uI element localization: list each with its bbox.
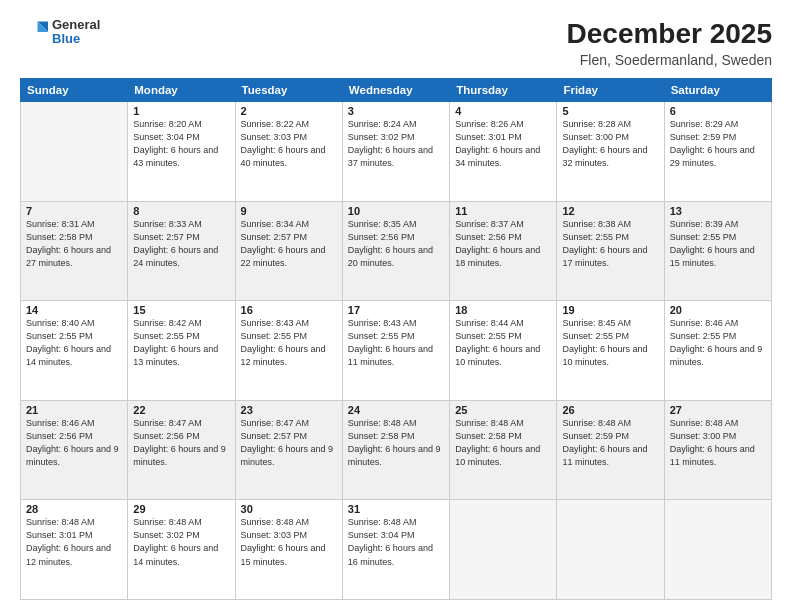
calendar-week-row: 1Sunrise: 8:20 AMSunset: 3:04 PMDaylight… — [21, 102, 772, 202]
day-number: 16 — [241, 304, 337, 316]
day-number: 12 — [562, 205, 658, 217]
table-row: 28Sunrise: 8:48 AMSunset: 3:01 PMDayligh… — [21, 500, 128, 600]
page: General Blue December 2025 Flen, Soederm… — [0, 0, 792, 612]
table-row: 9Sunrise: 8:34 AMSunset: 2:57 PMDaylight… — [235, 201, 342, 301]
day-info: Sunrise: 8:48 AMSunset: 3:01 PMDaylight:… — [26, 516, 122, 568]
day-number: 21 — [26, 404, 122, 416]
table-row: 16Sunrise: 8:43 AMSunset: 2:55 PMDayligh… — [235, 301, 342, 401]
day-number: 3 — [348, 105, 444, 117]
day-number: 26 — [562, 404, 658, 416]
table-row: 29Sunrise: 8:48 AMSunset: 3:02 PMDayligh… — [128, 500, 235, 600]
day-info: Sunrise: 8:47 AMSunset: 2:57 PMDaylight:… — [241, 417, 337, 469]
day-info: Sunrise: 8:38 AMSunset: 2:55 PMDaylight:… — [562, 218, 658, 270]
subtitle: Flen, Soedermanland, Sweden — [567, 52, 772, 68]
table-row: 10Sunrise: 8:35 AMSunset: 2:56 PMDayligh… — [342, 201, 449, 301]
day-number: 5 — [562, 105, 658, 117]
col-tuesday: Tuesday — [235, 79, 342, 102]
day-number: 9 — [241, 205, 337, 217]
day-info: Sunrise: 8:48 AMSunset: 3:03 PMDaylight:… — [241, 516, 337, 568]
table-row: 17Sunrise: 8:43 AMSunset: 2:55 PMDayligh… — [342, 301, 449, 401]
day-info: Sunrise: 8:48 AMSunset: 3:04 PMDaylight:… — [348, 516, 444, 568]
logo: General Blue — [20, 18, 100, 47]
table-row: 23Sunrise: 8:47 AMSunset: 2:57 PMDayligh… — [235, 400, 342, 500]
col-thursday: Thursday — [450, 79, 557, 102]
day-info: Sunrise: 8:46 AMSunset: 2:56 PMDaylight:… — [26, 417, 122, 469]
logo-line1: General — [52, 18, 100, 32]
day-info: Sunrise: 8:39 AMSunset: 2:55 PMDaylight:… — [670, 218, 766, 270]
table-row: 30Sunrise: 8:48 AMSunset: 3:03 PMDayligh… — [235, 500, 342, 600]
logo-text: General Blue — [52, 18, 100, 47]
main-title: December 2025 — [567, 18, 772, 50]
day-number: 6 — [670, 105, 766, 117]
day-info: Sunrise: 8:48 AMSunset: 2:58 PMDaylight:… — [455, 417, 551, 469]
day-number: 18 — [455, 304, 551, 316]
table-row — [664, 500, 771, 600]
day-info: Sunrise: 8:45 AMSunset: 2:55 PMDaylight:… — [562, 317, 658, 369]
col-wednesday: Wednesday — [342, 79, 449, 102]
table-row: 31Sunrise: 8:48 AMSunset: 3:04 PMDayligh… — [342, 500, 449, 600]
day-number: 4 — [455, 105, 551, 117]
table-row: 5Sunrise: 8:28 AMSunset: 3:00 PMDaylight… — [557, 102, 664, 202]
day-info: Sunrise: 8:47 AMSunset: 2:56 PMDaylight:… — [133, 417, 229, 469]
table-row: 21Sunrise: 8:46 AMSunset: 2:56 PMDayligh… — [21, 400, 128, 500]
calendar-week-row: 28Sunrise: 8:48 AMSunset: 3:01 PMDayligh… — [21, 500, 772, 600]
col-friday: Friday — [557, 79, 664, 102]
day-info: Sunrise: 8:34 AMSunset: 2:57 PMDaylight:… — [241, 218, 337, 270]
day-info: Sunrise: 8:46 AMSunset: 2:55 PMDaylight:… — [670, 317, 766, 369]
table-row: 18Sunrise: 8:44 AMSunset: 2:55 PMDayligh… — [450, 301, 557, 401]
day-number: 22 — [133, 404, 229, 416]
day-number: 28 — [26, 503, 122, 515]
table-row: 15Sunrise: 8:42 AMSunset: 2:55 PMDayligh… — [128, 301, 235, 401]
day-info: Sunrise: 8:48 AMSunset: 3:00 PMDaylight:… — [670, 417, 766, 469]
day-number: 15 — [133, 304, 229, 316]
col-sunday: Sunday — [21, 79, 128, 102]
table-row: 11Sunrise: 8:37 AMSunset: 2:56 PMDayligh… — [450, 201, 557, 301]
table-row: 27Sunrise: 8:48 AMSunset: 3:00 PMDayligh… — [664, 400, 771, 500]
calendar-header-row: Sunday Monday Tuesday Wednesday Thursday… — [21, 79, 772, 102]
table-row: 2Sunrise: 8:22 AMSunset: 3:03 PMDaylight… — [235, 102, 342, 202]
day-number: 8 — [133, 205, 229, 217]
day-number: 17 — [348, 304, 444, 316]
day-info: Sunrise: 8:28 AMSunset: 3:00 PMDaylight:… — [562, 118, 658, 170]
day-info: Sunrise: 8:26 AMSunset: 3:01 PMDaylight:… — [455, 118, 551, 170]
day-number: 7 — [26, 205, 122, 217]
col-saturday: Saturday — [664, 79, 771, 102]
day-number: 29 — [133, 503, 229, 515]
day-number: 25 — [455, 404, 551, 416]
day-info: Sunrise: 8:48 AMSunset: 2:58 PMDaylight:… — [348, 417, 444, 469]
day-number: 23 — [241, 404, 337, 416]
logo-line2: Blue — [52, 32, 100, 46]
day-info: Sunrise: 8:20 AMSunset: 3:04 PMDaylight:… — [133, 118, 229, 170]
day-number: 19 — [562, 304, 658, 316]
day-number: 13 — [670, 205, 766, 217]
day-info: Sunrise: 8:33 AMSunset: 2:57 PMDaylight:… — [133, 218, 229, 270]
day-number: 20 — [670, 304, 766, 316]
day-info: Sunrise: 8:37 AMSunset: 2:56 PMDaylight:… — [455, 218, 551, 270]
table-row: 4Sunrise: 8:26 AMSunset: 3:01 PMDaylight… — [450, 102, 557, 202]
table-row: 6Sunrise: 8:29 AMSunset: 2:59 PMDaylight… — [664, 102, 771, 202]
day-info: Sunrise: 8:48 AMSunset: 2:59 PMDaylight:… — [562, 417, 658, 469]
day-number: 24 — [348, 404, 444, 416]
header: General Blue December 2025 Flen, Soederm… — [20, 18, 772, 68]
table-row: 8Sunrise: 8:33 AMSunset: 2:57 PMDaylight… — [128, 201, 235, 301]
table-row: 20Sunrise: 8:46 AMSunset: 2:55 PMDayligh… — [664, 301, 771, 401]
day-info: Sunrise: 8:44 AMSunset: 2:55 PMDaylight:… — [455, 317, 551, 369]
table-row: 24Sunrise: 8:48 AMSunset: 2:58 PMDayligh… — [342, 400, 449, 500]
table-row: 19Sunrise: 8:45 AMSunset: 2:55 PMDayligh… — [557, 301, 664, 401]
day-number: 14 — [26, 304, 122, 316]
table-row: 25Sunrise: 8:48 AMSunset: 2:58 PMDayligh… — [450, 400, 557, 500]
title-block: December 2025 Flen, Soedermanland, Swede… — [567, 18, 772, 68]
day-number: 2 — [241, 105, 337, 117]
table-row: 12Sunrise: 8:38 AMSunset: 2:55 PMDayligh… — [557, 201, 664, 301]
day-info: Sunrise: 8:22 AMSunset: 3:03 PMDaylight:… — [241, 118, 337, 170]
day-number: 31 — [348, 503, 444, 515]
day-info: Sunrise: 8:40 AMSunset: 2:55 PMDaylight:… — [26, 317, 122, 369]
table-row — [21, 102, 128, 202]
day-number: 11 — [455, 205, 551, 217]
day-number: 1 — [133, 105, 229, 117]
day-info: Sunrise: 8:35 AMSunset: 2:56 PMDaylight:… — [348, 218, 444, 270]
day-info: Sunrise: 8:43 AMSunset: 2:55 PMDaylight:… — [348, 317, 444, 369]
day-info: Sunrise: 8:42 AMSunset: 2:55 PMDaylight:… — [133, 317, 229, 369]
calendar-week-row: 21Sunrise: 8:46 AMSunset: 2:56 PMDayligh… — [21, 400, 772, 500]
day-info: Sunrise: 8:24 AMSunset: 3:02 PMDaylight:… — [348, 118, 444, 170]
